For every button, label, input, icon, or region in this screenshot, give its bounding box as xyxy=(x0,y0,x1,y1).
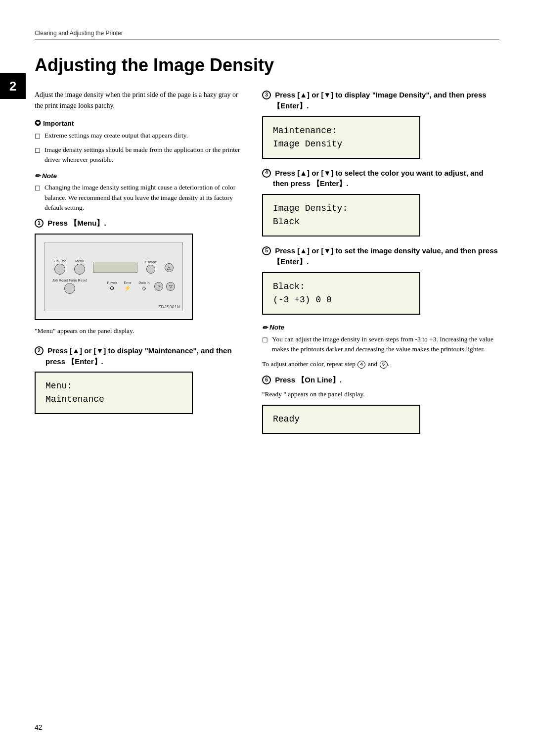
note-item-1: ☐ Changing the image density setting mig… xyxy=(35,183,242,213)
step-6-text: Press 【On Line】. xyxy=(273,375,342,385)
printer-btn-online: On-Line xyxy=(54,259,66,275)
step-5-num: 5 xyxy=(262,246,271,255)
step-6-block: 6 Press 【On Line】. "Ready " appears on t… xyxy=(262,375,499,434)
step-3-block: 3 Press [▲] or [▼] to display "Image Den… xyxy=(262,90,499,159)
breadcrumb: Clearing and Adjusting the Printer xyxy=(35,30,123,37)
printer-btn-jobreset: Job Reset Form Reset xyxy=(52,279,87,294)
step-1-block: 1 Press 【Menu】. On-Line Menu xyxy=(35,218,242,336)
printer-btn-menu: Menu xyxy=(74,259,85,275)
btn-menu xyxy=(74,264,85,275)
btn-enter: ○ xyxy=(154,282,163,291)
page-footer: 42 xyxy=(35,723,43,731)
lcd-menu-line1: Menu: xyxy=(45,379,182,393)
step-4-text: Press [▲] or [▼] to select the color you… xyxy=(273,168,499,189)
lcd-menu-display: Menu: Maintenance xyxy=(35,372,193,414)
note-section-2: ✏ Note ☐ You can adjust the image densit… xyxy=(262,324,499,355)
important-item-1: ☐ Extreme settings may create output tha… xyxy=(35,131,242,142)
lcd-menu-line2: Maintenance xyxy=(45,393,182,406)
lcd-ready-display: Ready xyxy=(262,405,420,434)
lcd-black-line2: (-3 +3) 0 0 xyxy=(273,293,409,307)
lcd-imgd-line1: Image Density: xyxy=(273,202,409,215)
printer-btn-escape: Escape xyxy=(145,260,157,274)
left-column: Adjust the image density when the print … xyxy=(35,90,242,443)
checkbox-icon-4: ☐ xyxy=(262,335,268,355)
printer-btn-up: △ xyxy=(165,262,174,272)
step-6-num: 6 xyxy=(262,376,271,384)
step-ref-5: 5 xyxy=(380,361,388,369)
lcd-maint-line2: Image Density xyxy=(273,138,409,151)
step-6-label: 6 Press 【On Line】. xyxy=(262,375,499,385)
lcd-maint-line1: Maintenance: xyxy=(273,124,409,138)
step-1-sub: "Menu" appears on the panel display. xyxy=(35,326,242,336)
step-2-block: 2 Press [▲] or [▼] to display "Maintenan… xyxy=(35,345,242,415)
page-number: 42 xyxy=(35,723,43,731)
two-col-layout: Adjust the image density when the print … xyxy=(35,90,499,443)
note-text-2: You can adjust the image density in seve… xyxy=(272,334,499,355)
printer-diagram: On-Line Menu Escape xyxy=(35,234,193,320)
btn-down: ▽ xyxy=(166,282,175,291)
checkbox-icon-3: ☐ xyxy=(35,184,41,213)
note-section-1: ✏ Note ☐ Changing the image density sett… xyxy=(35,172,242,213)
note-pencil-icon-1: ✏ xyxy=(35,172,40,180)
checkbox-icon-2: ☐ xyxy=(35,146,41,165)
printer-nav-buttons: ○ ▽ xyxy=(154,282,175,291)
step-3-label: 3 Press [▲] or [▼] to display "Image Den… xyxy=(262,90,499,111)
page-title: Adjusting the Image Density xyxy=(35,55,499,76)
step-4-label: 4 Press [▲] or [▼] to select the color y… xyxy=(262,168,499,189)
step-4-num: 4 xyxy=(262,169,271,178)
lcd-ready-line1: Ready xyxy=(273,413,409,426)
important-text-1: Extreme settings may create output that … xyxy=(44,131,188,142)
intro-text: Adjust the image density when the print … xyxy=(35,90,242,111)
note-title-1: ✏ Note xyxy=(35,172,242,180)
checkbox-icon-1: ☐ xyxy=(35,132,41,142)
step-2-label: 2 Press [▲] or [▼] to display "Maintenan… xyxy=(35,345,242,367)
printer-inner: On-Line Menu Escape xyxy=(44,242,183,311)
step-6-sub: "Ready " appears on the panel display. xyxy=(262,389,499,400)
lcd-black-display: Black: (-3 +3) 0 0 xyxy=(262,272,420,315)
step-3-num: 3 xyxy=(262,91,271,99)
step-1-num: 1 xyxy=(35,219,44,228)
printer-top-row: On-Line Menu Escape xyxy=(45,255,182,277)
lcd-image-density-display: Image Density: Black xyxy=(262,194,420,236)
step-1-label: 1 Press 【Menu】. xyxy=(35,218,242,229)
repeat-instruction: To adjust another color, repeat step 4 a… xyxy=(262,359,499,370)
step-4-block: 4 Press [▲] or [▼] to select the color y… xyxy=(262,168,499,237)
printer-icons: Power ⊙ Error ⚡ Data In ◇ xyxy=(107,281,150,291)
printer-bottom-row: Job Reset Form Reset Power ⊙ Erro xyxy=(45,277,182,298)
btn-escape xyxy=(146,265,155,274)
step-5-block: 5 Press [▲] or [▼] to set the image dens… xyxy=(262,245,499,315)
step-1-text: Press 【Menu】. xyxy=(45,218,106,229)
note-item-2: ☐ You can adjust the image density in se… xyxy=(262,334,499,355)
step-5-text: Press [▲] or [▼] to set the image densit… xyxy=(273,245,499,267)
breadcrumb-bar: Clearing and Adjusting the Printer xyxy=(35,30,499,40)
diagram-label: ZDJS001N xyxy=(158,304,180,309)
right-column: 3 Press [▲] or [▼] to display "Image Den… xyxy=(262,90,499,443)
important-icon: ✪ xyxy=(35,119,41,128)
important-box: ✪ Important ☐ Extreme settings may creat… xyxy=(35,119,242,165)
printer-screen xyxy=(93,262,137,273)
important-item-2: ☐ Image density settings should be made … xyxy=(35,145,242,165)
step-2-num: 2 xyxy=(35,346,44,355)
lcd-imgd-line2: Black xyxy=(273,215,409,229)
btn-online xyxy=(54,264,65,275)
note-title-2: ✏ Note xyxy=(262,324,499,331)
btn-jobreset xyxy=(64,283,75,294)
important-title: ✪ Important xyxy=(35,119,242,128)
step-ref-4: 4 xyxy=(357,361,365,369)
important-text-2: Image density settings should be made fr… xyxy=(44,145,242,165)
step-2-text: Press [▲] or [▼] to display "Maintenance… xyxy=(45,345,242,367)
btn-up: △ xyxy=(165,263,174,272)
important-label: Important xyxy=(43,120,74,127)
step-5-label: 5 Press [▲] or [▼] to set the image dens… xyxy=(262,245,499,267)
lcd-maintenance-display: Maintenance: Image Density xyxy=(262,116,420,159)
lcd-black-line1: Black: xyxy=(273,280,409,293)
note-pencil-icon-2: ✏ xyxy=(262,324,267,331)
page: Clearing and Adjusting the Printer 2 Adj… xyxy=(0,0,534,756)
note-text-1: Changing the image density setting might… xyxy=(44,183,242,213)
step-3-text: Press [▲] or [▼] to display "Image Densi… xyxy=(273,90,499,111)
chapter-number: 2 xyxy=(0,73,26,99)
